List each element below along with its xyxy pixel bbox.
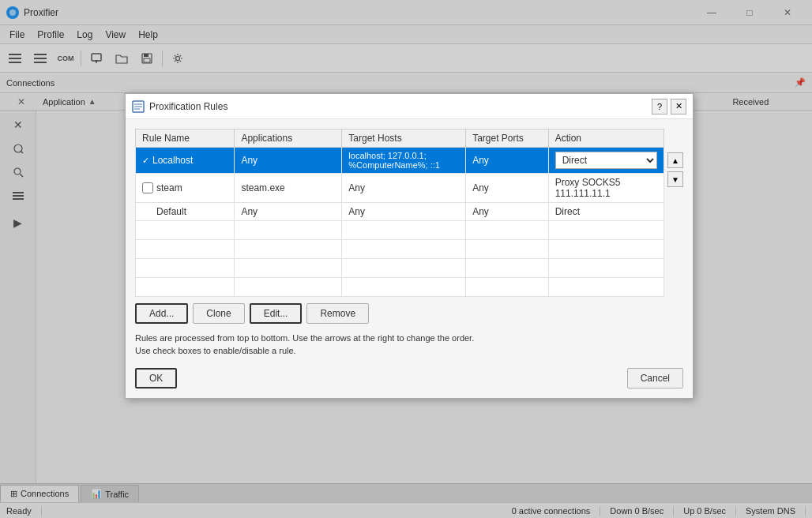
rule-action-steam-line1: Proxy SOCKS5	[555, 177, 657, 188]
rule-name-cell: steam	[136, 174, 235, 203]
col-header-target-ports: Target Ports	[466, 130, 549, 148]
rule-target-ports-cell: Any	[466, 148, 549, 174]
rule-applications-cell: steam.exe	[235, 174, 342, 203]
rules-table-wrapper: Rule Name Applications Target Hosts Targ…	[135, 129, 683, 297]
dialog-icon	[132, 100, 145, 113]
rule-applications-cell: Any	[235, 203, 342, 221]
move-down-button[interactable]: ▼	[667, 171, 683, 187]
table-row	[136, 240, 664, 259]
add-rule-button[interactable]: Add...	[135, 303, 188, 324]
info-line1: Rules are processed from top to bottom. …	[135, 333, 683, 343]
edit-rule-button[interactable]: Edit...	[250, 303, 303, 324]
rule-target-hosts-cell: Any	[342, 203, 466, 221]
clone-rule-button[interactable]: Clone	[193, 303, 244, 324]
info-line2: Use check boxes to enable/disable a rule…	[135, 346, 683, 355]
dialog-title: Proxification Rules	[149, 101, 652, 112]
dialog-help-button[interactable]: ?	[652, 99, 667, 114]
order-arrows: ▲ ▼	[667, 129, 683, 187]
remove-rule-button[interactable]: Remove	[306, 303, 369, 324]
proxification-rules-dialog: Proxification Rules ? ✕ Rule Name Applic…	[125, 93, 694, 399]
table-row	[136, 259, 664, 278]
rule-applications-cell: Any	[235, 148, 342, 174]
rules-table: Rule Name Applications Target Hosts Targ…	[135, 129, 664, 297]
rule-target-hosts-cell: Any	[342, 174, 466, 203]
rule-name-default: Default	[156, 206, 186, 217]
rule-checkbox-steam[interactable]	[142, 182, 153, 193]
rule-target-hosts-cell: localhost; 127.0.0.1; %ComputerName%; ::…	[342, 148, 466, 174]
rule-name-localhost: Localhost	[152, 155, 193, 166]
rule-action-steam-line2: 111.111.11.1	[555, 188, 657, 199]
rule-action-cell[interactable]: Direct Proxy SOCKS5	[548, 148, 664, 174]
table-row	[136, 221, 664, 240]
rule-name-cell: Default	[136, 203, 235, 221]
cancel-button[interactable]: Cancel	[627, 368, 683, 388]
col-header-target-hosts: Target Hosts	[342, 130, 466, 148]
rule-action-cell: Proxy SOCKS5 111.111.11.1	[548, 174, 664, 203]
modal-overlay: Proxification Rules ? ✕ Rule Name Applic…	[0, 0, 812, 518]
dialog-footer-buttons: OK Cancel	[135, 368, 683, 388]
dialog-action-buttons: Add... Clone Edit... Remove	[135, 303, 683, 324]
dialog-title-bar: Proxification Rules ? ✕	[126, 94, 693, 119]
rule-name-cell: ✓ Localhost	[136, 148, 235, 174]
col-header-rule-name: Rule Name	[136, 130, 235, 148]
col-header-applications: Applications	[235, 130, 342, 148]
dialog-body: Rule Name Applications Target Hosts Targ…	[126, 119, 693, 398]
dialog-close-button[interactable]: ✕	[671, 99, 686, 114]
action-dropdown-localhost[interactable]: Direct Proxy SOCKS5	[555, 152, 657, 169]
table-row	[136, 278, 664, 297]
table-row[interactable]: ✓ Localhost Any localhost; 127.0.0.1; %C…	[136, 148, 664, 174]
rule-target-ports-cell: Any	[466, 203, 549, 221]
rule-action-cell: Direct	[548, 203, 664, 221]
move-up-button[interactable]: ▲	[667, 152, 683, 168]
table-row[interactable]: steam steam.exe Any Any Proxy SOCKS5 111…	[136, 174, 664, 203]
rule-name-steam: steam	[156, 182, 182, 193]
ok-button[interactable]: OK	[135, 368, 177, 388]
col-header-action: Action	[548, 130, 664, 148]
table-row[interactable]: Default Any Any Any Direct	[136, 203, 664, 221]
rule-target-ports-cell: Any	[466, 174, 549, 203]
